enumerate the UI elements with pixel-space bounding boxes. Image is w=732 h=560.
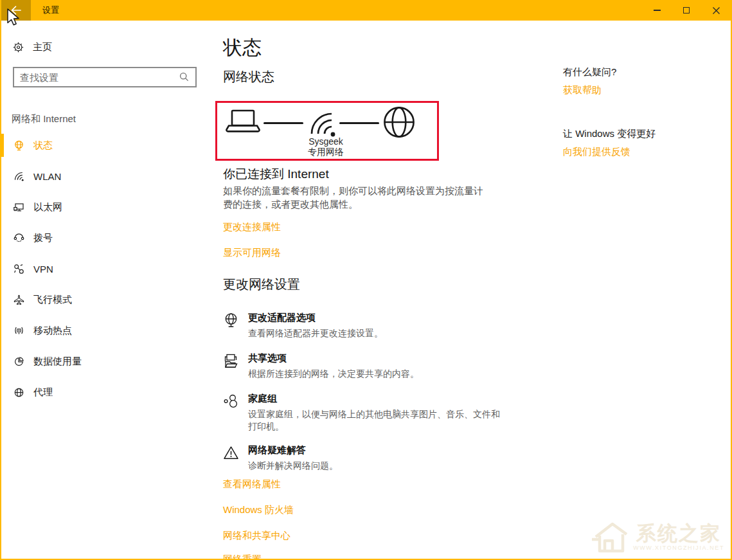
question-heading: 有什么疑问? (563, 66, 616, 78)
search-input[interactable] (14, 72, 179, 83)
minimize-icon (654, 10, 661, 11)
close-button[interactable] (701, 0, 731, 21)
wifi-icon (13, 171, 24, 182)
network-type: 专用网络 (284, 147, 368, 157)
sidebar-item-label: 以太网 (33, 201, 62, 213)
gear-icon (13, 42, 24, 53)
adapter-globe-icon (223, 312, 239, 329)
main-content: 状态 网络状态 (213, 21, 731, 559)
sidebar-item-label: 移动热点 (33, 325, 72, 337)
internet-globe-icon (383, 106, 415, 138)
mobile-hotspot-icon (13, 325, 24, 336)
settings-window: 设置 主页 (0, 0, 732, 560)
windows-firewall-link[interactable]: Windows 防火墙 (223, 504, 294, 516)
network-sharing-center-link[interactable]: 网络和共享中心 (223, 530, 290, 542)
sidebar: 主页 网络和 Internet 状态 (1, 21, 213, 559)
settings-item-title: 更改适配器选项 (248, 312, 506, 324)
maximize-button[interactable] (672, 0, 701, 21)
connected-heading: 你已连接到 Internet (223, 166, 329, 183)
sidebar-item-label: WLAN (33, 171, 61, 182)
sidebar-item-label: 状态 (33, 140, 53, 152)
sidebar-item-label: 代理 (33, 386, 53, 399)
sidebar-item-wlan[interactable]: WLAN (1, 165, 213, 188)
page-title: 状态 (223, 35, 262, 61)
sidebar-item-mobile-hotspot[interactable]: 移动热点 (1, 319, 213, 342)
connection-line (263, 122, 303, 124)
network-status-heading: 网络状态 (223, 68, 274, 86)
sidebar-item-label: 数据使用量 (33, 356, 82, 368)
settings-item-desc: 查看网络适配器并更改连接设置。 (248, 327, 506, 339)
homegroup-circles-icon (223, 393, 239, 410)
network-name-label: Sysgeek 专用网络 (284, 136, 368, 157)
network-name: Sysgeek (284, 136, 368, 147)
give-feedback-link[interactable]: 向我们提供反馈 (563, 146, 630, 158)
network-reset-link[interactable]: 网络重置 (223, 554, 262, 560)
network-status-globe-icon (13, 140, 24, 151)
get-help-link[interactable]: 获取帮助 (563, 84, 602, 96)
ethernet-icon (13, 202, 24, 213)
sidebar-item-label: 拨号 (33, 232, 53, 244)
data-usage-pie-icon (13, 356, 24, 367)
settings-item-title: 家庭组 (248, 393, 506, 405)
window-title: 设置 (42, 0, 59, 21)
sidebar-item-label: 飞行模式 (33, 294, 72, 306)
maximize-icon (683, 7, 690, 14)
settings-item-title: 共享选项 (248, 352, 506, 365)
mouse-cursor (6, 8, 21, 28)
airplane-icon (13, 294, 24, 305)
window-controls (642, 0, 731, 21)
sidebar-item-ethernet[interactable]: 以太网 (1, 195, 213, 219)
warning-triangle-icon (223, 445, 239, 461)
settings-item-title: 网络疑难解答 (248, 444, 506, 456)
connected-body: 如果你的流量套餐有限制，则你可以将此网络设置为按流量计费的连接，或者更改其他属性… (223, 184, 489, 211)
sidebar-item-home[interactable]: 主页 (1, 35, 213, 59)
settings-item-adapter-options[interactable]: 更改适配器选项 查看网络适配器并更改连接设置。 (223, 312, 506, 339)
vpn-icon (13, 264, 24, 275)
proxy-globe-icon (13, 387, 24, 398)
settings-item-desc: 根据所连接到的网络，决定要共享的内容。 (248, 368, 506, 380)
search-icon[interactable] (179, 72, 190, 82)
sidebar-item-airplane-mode[interactable]: 飞行模式 (1, 288, 213, 311)
search-box (13, 67, 197, 87)
close-icon (712, 6, 720, 15)
settings-item-homegroup[interactable]: 家庭组 设置家庭组，以便与网络上的其他电脑共享图片、音乐、文件和打印机。 (223, 393, 506, 433)
sidebar-home-label: 主页 (33, 41, 52, 53)
view-network-properties-link[interactable]: 查看网络属性 (223, 478, 281, 491)
show-available-networks-link[interactable]: 显示可用网络 (223, 247, 281, 259)
sidebar-item-dialup[interactable]: 拨号 (1, 226, 213, 249)
sidebar-item-data-usage[interactable]: 数据使用量 (1, 350, 213, 373)
connection-line (339, 122, 379, 124)
settings-item-desc: 诊断并解决网络问题。 (248, 460, 506, 472)
sidebar-item-label: VPN (33, 264, 53, 275)
sidebar-item-status[interactable]: 状态 (1, 134, 213, 157)
sharing-devices-icon (223, 353, 239, 369)
sidebar-section-label: 网络和 Internet (12, 113, 213, 125)
sidebar-item-vpn[interactable]: VPN (1, 257, 213, 280)
annotation-highlight-box: Sysgeek 专用网络 (215, 101, 439, 161)
sidebar-item-proxy[interactable]: 代理 (1, 381, 213, 404)
settings-item-network-troubleshooter[interactable]: 网络疑难解答 诊断并解决网络问题。 (223, 444, 506, 472)
settings-item-sharing-options[interactable]: 共享选项 根据所连接到的网络，决定要共享的内容。 (223, 352, 506, 380)
change-network-settings-heading: 更改网络设置 (223, 276, 300, 293)
change-connection-properties-link[interactable]: 更改连接属性 (223, 221, 281, 233)
titlebar: 设置 (1, 0, 731, 21)
wifi-connection-icon (307, 107, 339, 138)
minimize-button[interactable] (642, 0, 672, 21)
laptop-icon (224, 109, 261, 134)
dialup-phone-icon (13, 233, 24, 244)
feedback-heading: 让 Windows 变得更好 (563, 128, 656, 140)
settings-item-desc: 设置家庭组，以便与网络上的其他电脑共享图片、音乐、文件和打印机。 (248, 408, 506, 433)
